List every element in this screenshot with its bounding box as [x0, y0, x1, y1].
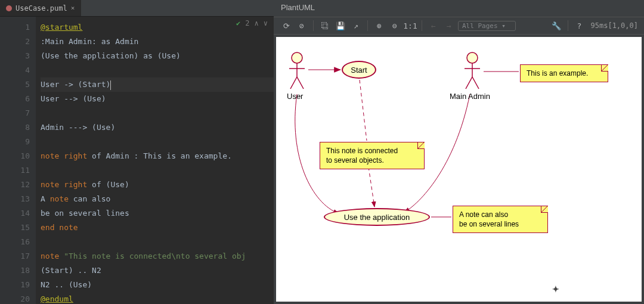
code-line[interactable]: User -> (Start)	[41, 77, 274, 92]
render-timing: 95ms[1,0,0]	[589, 21, 638, 30]
help-icon[interactable]: ?	[573, 19, 586, 32]
code-line[interactable]: @startuml	[41, 20, 274, 35]
code-line[interactable]: :Main Admin: as Admin	[41, 35, 274, 49]
svg-line-2	[360, 80, 367, 141]
preview-title: PlantUML	[274, 0, 644, 17]
code-line[interactable]: note right of Admin : This is an example…	[41, 149, 274, 163]
preview-toolbar: ⟳ ⊘ ⿻ 💾 ↗ ⊕ ⊖ 1:1 ← → All Pages ▾ 🔧 ? 95…	[274, 17, 644, 35]
close-icon[interactable]: ×	[71, 4, 75, 12]
refresh-icon[interactable]: ⟳	[280, 19, 293, 32]
code-line[interactable]: User --> (Use)	[41, 92, 274, 106]
next-page-icon[interactable]: →	[442, 19, 456, 32]
file-type-icon	[6, 5, 12, 11]
code-line[interactable]: N2 .. (Use)	[41, 278, 274, 292]
note-box: A note can alsobe on several lines	[453, 206, 548, 233]
code-area[interactable]: @startuml:Main Admin: as Admin(Use the a…	[36, 17, 274, 304]
note-box: This note is connectedto several objects…	[320, 142, 425, 169]
svg-line-8	[290, 77, 297, 89]
svg-line-14	[472, 77, 479, 89]
zoom-ratio-icon[interactable]: 1:1	[404, 19, 417, 32]
watermark: ✦ Java技术栈	[547, 280, 636, 298]
editor-pane: UseCase.puml × ✔ 2 ∧ ∨ 12345678910111213…	[0, 0, 274, 304]
svg-point-5	[292, 52, 302, 63]
wechat-icon: ✦	[547, 282, 564, 296]
code-line[interactable]: (Start) .. N2	[41, 263, 274, 278]
editor-tabs: UseCase.puml ×	[0, 0, 274, 17]
line-gutter: 1234567891011121314151617181920	[0, 17, 36, 304]
code-line[interactable]: note "This note is connected\nto several…	[41, 249, 274, 263]
note-box: This is an example.	[520, 64, 608, 82]
code-line[interactable]: (Use the application) as (Use)	[41, 49, 274, 63]
code-line[interactable]	[41, 135, 274, 149]
editor-body[interactable]: ✔ 2 ∧ ∨ 1234567891011121314151617181920 …	[0, 17, 274, 304]
code-line[interactable]: end note	[41, 221, 274, 235]
tab-label: UseCase.puml	[16, 4, 67, 13]
code-line[interactable]: Admin ---> (Use)	[41, 120, 274, 135]
svg-line-13	[466, 77, 472, 89]
editor-tab-usecase[interactable]: UseCase.puml ×	[0, 0, 81, 16]
usecase-ellipse: Start	[342, 61, 376, 79]
svg-line-9	[297, 77, 304, 89]
actor-label: User	[287, 92, 303, 101]
code-line[interactable]	[41, 163, 274, 178]
save-icon[interactable]: 💾	[334, 19, 347, 32]
code-line[interactable]: A note can also	[41, 192, 274, 206]
page-select[interactable]: All Pages ▾	[458, 21, 516, 31]
usecase-ellipse: Use the application	[324, 208, 430, 226]
actor-figure	[287, 52, 307, 90]
zoom-out-icon[interactable]: ⊖	[388, 19, 401, 32]
code-line[interactable]	[41, 106, 274, 120]
export-icon[interactable]: ↗	[349, 19, 363, 32]
svg-point-10	[467, 52, 478, 63]
zoom-in-icon[interactable]: ⊕	[373, 19, 386, 32]
code-line[interactable]	[41, 63, 274, 77]
stop-icon[interactable]: ⊘	[295, 19, 308, 32]
watermark-text: Java技术栈	[569, 280, 636, 298]
code-line[interactable]: @enduml	[41, 292, 274, 304]
actor-figure	[462, 52, 482, 90]
code-line[interactable]: be on several lines	[41, 206, 274, 221]
prev-page-icon[interactable]: ←	[427, 19, 440, 32]
settings-icon[interactable]: 🔧	[550, 19, 563, 32]
svg-line-3	[369, 167, 374, 207]
code-line[interactable]	[41, 235, 274, 249]
copy-icon[interactable]: ⿻	[318, 19, 332, 32]
preview-pane: PlantUML ⟳ ⊘ ⿻ 💾 ↗ ⊕ ⊖ 1:1 ← → All Pages…	[274, 0, 644, 304]
diagram-canvas[interactable]: Use (curved) --> Use --> UserMain AdminS…	[276, 37, 642, 302]
code-line[interactable]: note right of (Use)	[41, 178, 274, 192]
actor-label: Main Admin	[450, 92, 490, 101]
